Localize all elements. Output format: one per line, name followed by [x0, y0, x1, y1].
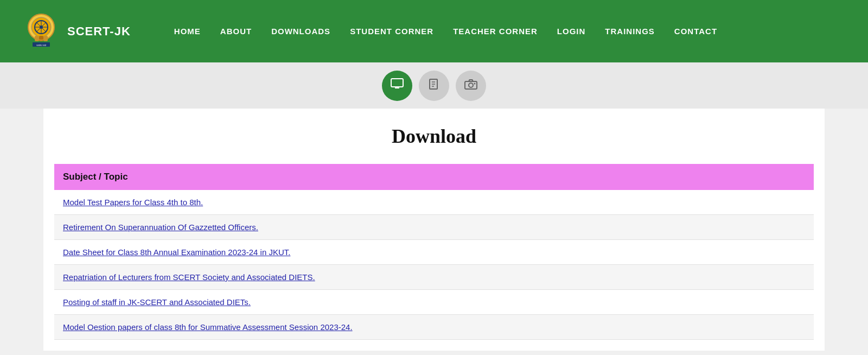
download-link[interactable]: Posting of staff in JK-SCERT and Associa… — [63, 297, 251, 307]
table-row: Retirement On Superannuation Of Gazzette… — [54, 215, 814, 240]
main-nav: HOME ABOUT DOWNLOADS STUDENT CORNER TEAC… — [174, 27, 717, 36]
site-header: सत्यमेव जयते SCERT-JK HOME ABOUT DOWNLOA… — [0, 0, 868, 62]
book-icon — [428, 78, 440, 93]
nav-home[interactable]: HOME — [174, 27, 201, 36]
table-row: Repatriation of Lecturers from SCERT Soc… — [54, 265, 814, 290]
table-row: Posting of staff in JK-SCERT and Associa… — [54, 290, 814, 315]
table-row: Model Oestion papers of class 8th for Su… — [54, 315, 814, 340]
table-header-row: Subject / Topic — [54, 164, 814, 190]
logo-emblem: सत्यमेव जयते — [22, 10, 61, 53]
nav-teacher-corner[interactable]: TEACHER CORNER — [453, 27, 538, 36]
nav-student-corner[interactable]: STUDENT CORNER — [350, 27, 433, 36]
main-content: Download Subject / Topic Model Test Pape… — [43, 109, 825, 351]
svg-point-22 — [469, 83, 473, 87]
book-icon-button[interactable] — [419, 71, 449, 101]
nav-login[interactable]: LOGIN — [557, 27, 586, 36]
camera-icon-button[interactable] — [456, 71, 486, 101]
table-cell: Model Test Papers for Class 4th to 8th. — [54, 190, 814, 215]
table-cell: Date Sheet for Class 8th Annual Examinat… — [54, 240, 814, 265]
svg-text:सत्यमेव जयते: सत्यमेव जयते — [36, 44, 47, 47]
logo-text: SCERT-JK — [67, 24, 131, 39]
table-cell: Retirement On Superannuation Of Gazzette… — [54, 215, 814, 240]
nav-downloads[interactable]: DOWNLOADS — [271, 27, 330, 36]
table-row: Model Test Papers for Class 4th to 8th. — [54, 190, 814, 215]
column-header-subject: Subject / Topic — [54, 164, 814, 190]
download-link[interactable]: Model Test Papers for Class 4th to 8th. — [63, 198, 203, 207]
download-link[interactable]: Date Sheet for Class 8th Annual Examinat… — [63, 248, 290, 257]
camera-icon — [464, 79, 477, 93]
logo-area: सत्यमेव जयते SCERT-JK — [22, 10, 131, 53]
svg-rect-14 — [391, 79, 403, 87]
download-table: Subject / Topic Model Test Papers for Cl… — [54, 164, 814, 340]
table-cell: Posting of staff in JK-SCERT and Associa… — [54, 290, 814, 315]
svg-point-23 — [474, 83, 476, 84]
table-row: Date Sheet for Class 8th Annual Examinat… — [54, 240, 814, 265]
page-title: Download — [54, 125, 814, 148]
table-cell: Model Oestion papers of class 8th for Su… — [54, 315, 814, 340]
download-link[interactable]: Repatriation of Lecturers from SCERT Soc… — [63, 272, 315, 282]
monitor-icon-button[interactable] — [382, 71, 412, 101]
download-link[interactable]: Retirement On Superannuation Of Gazzette… — [63, 223, 258, 232]
sub-header — [0, 62, 868, 109]
monitor-icon — [391, 78, 404, 93]
table-cell: Repatriation of Lecturers from SCERT Soc… — [54, 265, 814, 290]
nav-trainings[interactable]: TRAININGS — [605, 27, 655, 36]
download-link[interactable]: Model Oestion papers of class 8th for Su… — [63, 322, 353, 332]
nav-about[interactable]: ABOUT — [220, 27, 252, 36]
nav-contact[interactable]: CONTACT — [674, 27, 717, 36]
